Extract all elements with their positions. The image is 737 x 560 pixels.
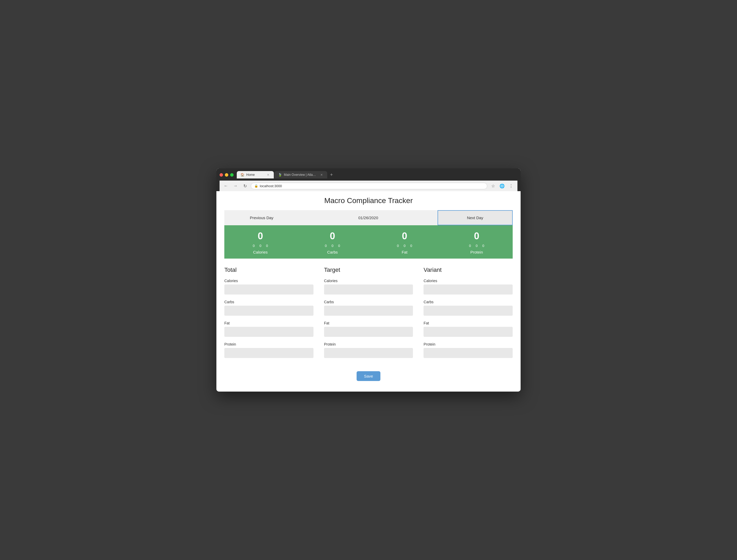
target-protein-label: Protein	[324, 342, 413, 346]
fat-main-value: 0	[402, 231, 407, 242]
url-text: localhost:3000	[260, 184, 282, 188]
target-calories-input[interactable]	[324, 284, 413, 295]
carbs-sub-row: 0 0 0	[325, 244, 340, 248]
protein-label: Protein	[470, 250, 483, 254]
target-fat-input[interactable]	[324, 327, 413, 337]
fat-label: Fat	[402, 250, 408, 254]
carbs-main-value: 0	[330, 231, 335, 242]
maximize-traffic-light[interactable]	[230, 173, 233, 177]
target-column-title: Target	[324, 267, 413, 273]
back-button[interactable]: ←	[222, 182, 230, 190]
bookmark-icon[interactable]: ☆	[490, 182, 497, 190]
variant-fat-label: Fat	[424, 321, 513, 325]
total-column-title: Total	[224, 267, 313, 273]
calories-stat-group: 0 0 0 0 Calories	[224, 231, 296, 254]
toolbar-actions: ☆ 🌐 ⋮	[490, 182, 515, 190]
carbs-label: Carbs	[327, 250, 338, 254]
profile-icon[interactable]: 🌐	[498, 182, 506, 190]
variant-fat-field: Fat	[424, 321, 513, 337]
target-calories-field: Calories	[324, 279, 413, 295]
menu-icon[interactable]: ⋮	[507, 182, 515, 190]
variant-carbs-input[interactable]	[424, 306, 513, 316]
tab-favicon-mongo: 🍃	[278, 173, 282, 177]
fat-sub-2: 0	[410, 244, 412, 248]
total-calories-input[interactable]	[224, 284, 313, 295]
previous-day-button[interactable]: Previous Day	[224, 210, 299, 225]
fat-sub-1: 0	[404, 244, 406, 248]
forward-button[interactable]: →	[232, 182, 239, 190]
protein-sub-row: 0 0 0	[469, 244, 484, 248]
target-protein-input[interactable]	[324, 348, 413, 358]
day-navigation: Previous Day 01/26/2020 Next Day	[224, 210, 513, 225]
target-carbs-input[interactable]	[324, 306, 413, 316]
stats-banner: 0 0 0 0 Calories 0 0 0 0 Carbs	[224, 225, 513, 259]
tab-home[interactable]: 🏠 Home ✕	[237, 171, 274, 178]
variant-calories-field: Calories	[424, 279, 513, 295]
target-carbs-field: Carbs	[324, 300, 413, 316]
form-section: Total Calories Carbs Fat Protein	[224, 267, 513, 363]
carbs-stat-group: 0 0 0 0 Carbs	[296, 231, 369, 254]
calories-sub-1: 0	[259, 244, 261, 248]
page-title: Macro Compliance Tracker	[224, 196, 513, 205]
close-traffic-light[interactable]	[219, 173, 223, 177]
browser-window: 🏠 Home ✕ 🍃 Main Overview | Atlas: MongoD…	[216, 168, 521, 392]
tab-close-mongo[interactable]: ✕	[319, 173, 323, 177]
carbs-sub-1: 0	[331, 244, 333, 248]
total-protein-field: Protein	[224, 342, 313, 358]
fat-stat-group: 0 0 0 0 Fat	[368, 231, 441, 254]
lock-icon: 🔒	[254, 184, 258, 188]
carbs-sub-0: 0	[325, 244, 327, 248]
protein-main-value: 0	[474, 231, 479, 242]
total-protein-label: Protein	[224, 342, 313, 346]
address-bar[interactable]: 🔒 localhost:3000	[251, 183, 487, 189]
tab-title-home: Home	[246, 173, 264, 177]
calories-label: Calories	[253, 250, 268, 254]
total-column: Total Calories Carbs Fat Protein	[224, 267, 313, 363]
variant-carbs-field: Carbs	[424, 300, 513, 316]
variant-fat-input[interactable]	[424, 327, 513, 337]
protein-stat-group: 0 0 0 0 Protein	[441, 231, 513, 254]
target-column: Target Calories Carbs Fat Protein	[324, 267, 413, 363]
variant-protein-input[interactable]	[424, 348, 513, 358]
total-fat-field: Fat	[224, 321, 313, 337]
variant-carbs-label: Carbs	[424, 300, 513, 304]
next-day-button[interactable]: Next Day	[438, 210, 513, 225]
calories-sub-0: 0	[253, 244, 254, 248]
total-carbs-input[interactable]	[224, 306, 313, 316]
target-fat-field: Fat	[324, 321, 413, 337]
target-calories-label: Calories	[324, 279, 413, 283]
calories-sub-2: 0	[266, 244, 268, 248]
minimize-traffic-light[interactable]	[225, 173, 228, 177]
tab-mongo[interactable]: 🍃 Main Overview | Atlas: MongoDB ✕	[274, 171, 327, 178]
protein-sub-2: 0	[482, 244, 484, 248]
fat-sub-row: 0 0 0	[397, 244, 412, 248]
calories-main-value: 0	[258, 231, 263, 242]
target-protein-field: Protein	[324, 342, 413, 358]
new-tab-button[interactable]: +	[328, 171, 335, 178]
tab-favicon-home: 🏠	[240, 173, 244, 177]
save-button[interactable]: Save	[356, 371, 381, 381]
total-carbs-label: Carbs	[224, 300, 313, 304]
variant-calories-input[interactable]	[424, 284, 513, 295]
save-section: Save	[224, 371, 513, 381]
total-protein-input[interactable]	[224, 348, 313, 358]
current-date: 01/26/2020	[299, 211, 438, 225]
browser-toolbar: ← → ↻ 🔒 localhost:3000 ☆ 🌐 ⋮	[219, 181, 518, 191]
variant-column-title: Variant	[424, 267, 513, 273]
target-carbs-label: Carbs	[324, 300, 413, 304]
tabs-bar: 🏠 Home ✕ 🍃 Main Overview | Atlas: MongoD…	[237, 171, 518, 178]
total-fat-input[interactable]	[224, 327, 313, 337]
traffic-lights	[219, 173, 233, 177]
variant-calories-label: Calories	[424, 279, 513, 283]
carbs-sub-2: 0	[338, 244, 340, 248]
protein-sub-1: 0	[476, 244, 478, 248]
total-calories-field: Calories	[224, 279, 313, 295]
total-carbs-field: Carbs	[224, 300, 313, 316]
variant-protein-label: Protein	[424, 342, 513, 346]
page-content: Macro Compliance Tracker Previous Day 01…	[216, 191, 521, 392]
total-fat-label: Fat	[224, 321, 313, 325]
tab-close-home[interactable]: ✕	[266, 173, 270, 177]
reload-button[interactable]: ↻	[241, 182, 249, 190]
browser-chrome: 🏠 Home ✕ 🍃 Main Overview | Atlas: MongoD…	[216, 168, 521, 191]
calories-sub-row: 0 0 0	[253, 244, 268, 248]
